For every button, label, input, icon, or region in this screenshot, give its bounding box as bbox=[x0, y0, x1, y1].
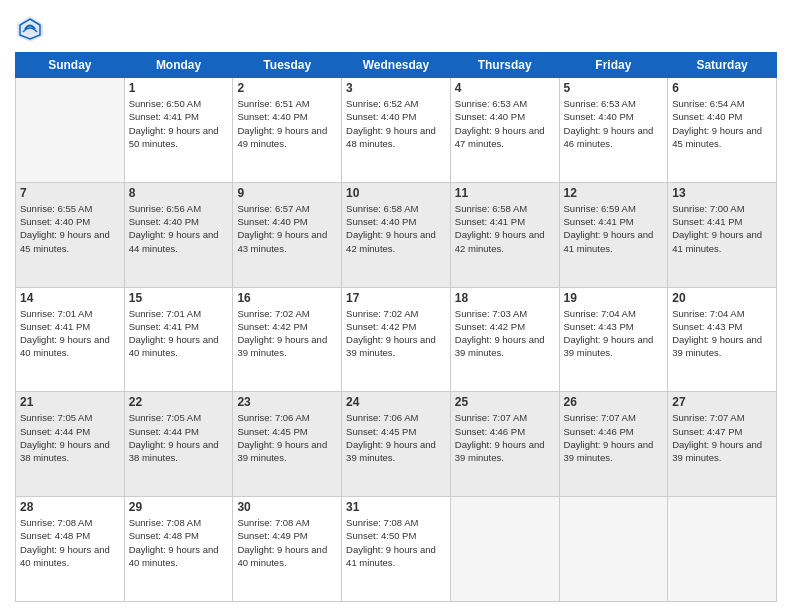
calendar-week-row: 21Sunrise: 7:05 AMSunset: 4:44 PMDayligh… bbox=[16, 392, 777, 497]
day-info: Sunrise: 7:01 AMSunset: 4:41 PMDaylight:… bbox=[20, 307, 120, 360]
calendar-cell: 19Sunrise: 7:04 AMSunset: 4:43 PMDayligh… bbox=[559, 287, 668, 392]
calendar-cell: 15Sunrise: 7:01 AMSunset: 4:41 PMDayligh… bbox=[124, 287, 233, 392]
calendar-cell bbox=[668, 497, 777, 602]
day-info: Sunrise: 7:06 AMSunset: 4:45 PMDaylight:… bbox=[237, 411, 337, 464]
day-number: 29 bbox=[129, 500, 229, 514]
day-info: Sunrise: 7:01 AMSunset: 4:41 PMDaylight:… bbox=[129, 307, 229, 360]
day-number: 11 bbox=[455, 186, 555, 200]
day-number: 22 bbox=[129, 395, 229, 409]
day-info: Sunrise: 7:05 AMSunset: 4:44 PMDaylight:… bbox=[129, 411, 229, 464]
day-info: Sunrise: 6:59 AMSunset: 4:41 PMDaylight:… bbox=[564, 202, 664, 255]
calendar-cell: 24Sunrise: 7:06 AMSunset: 4:45 PMDayligh… bbox=[342, 392, 451, 497]
header bbox=[15, 10, 777, 44]
day-info: Sunrise: 6:50 AMSunset: 4:41 PMDaylight:… bbox=[129, 97, 229, 150]
calendar-cell: 6Sunrise: 6:54 AMSunset: 4:40 PMDaylight… bbox=[668, 78, 777, 183]
day-header-saturday: Saturday bbox=[668, 53, 777, 78]
calendar-cell: 8Sunrise: 6:56 AMSunset: 4:40 PMDaylight… bbox=[124, 182, 233, 287]
day-number: 30 bbox=[237, 500, 337, 514]
day-info: Sunrise: 7:08 AMSunset: 4:49 PMDaylight:… bbox=[237, 516, 337, 569]
day-number: 17 bbox=[346, 291, 446, 305]
day-info: Sunrise: 6:54 AMSunset: 4:40 PMDaylight:… bbox=[672, 97, 772, 150]
day-info: Sunrise: 6:51 AMSunset: 4:40 PMDaylight:… bbox=[237, 97, 337, 150]
day-number: 26 bbox=[564, 395, 664, 409]
calendar-cell: 21Sunrise: 7:05 AMSunset: 4:44 PMDayligh… bbox=[16, 392, 125, 497]
calendar-cell bbox=[16, 78, 125, 183]
day-number: 6 bbox=[672, 81, 772, 95]
calendar-cell: 14Sunrise: 7:01 AMSunset: 4:41 PMDayligh… bbox=[16, 287, 125, 392]
day-info: Sunrise: 7:06 AMSunset: 4:45 PMDaylight:… bbox=[346, 411, 446, 464]
calendar-cell: 31Sunrise: 7:08 AMSunset: 4:50 PMDayligh… bbox=[342, 497, 451, 602]
day-info: Sunrise: 6:52 AMSunset: 4:40 PMDaylight:… bbox=[346, 97, 446, 150]
day-number: 28 bbox=[20, 500, 120, 514]
day-number: 19 bbox=[564, 291, 664, 305]
calendar-week-row: 28Sunrise: 7:08 AMSunset: 4:48 PMDayligh… bbox=[16, 497, 777, 602]
day-number: 1 bbox=[129, 81, 229, 95]
day-info: Sunrise: 7:07 AMSunset: 4:46 PMDaylight:… bbox=[455, 411, 555, 464]
day-info: Sunrise: 7:03 AMSunset: 4:42 PMDaylight:… bbox=[455, 307, 555, 360]
day-number: 25 bbox=[455, 395, 555, 409]
day-number: 3 bbox=[346, 81, 446, 95]
calendar-cell: 2Sunrise: 6:51 AMSunset: 4:40 PMDaylight… bbox=[233, 78, 342, 183]
logo bbox=[15, 14, 49, 44]
day-number: 8 bbox=[129, 186, 229, 200]
day-number: 12 bbox=[564, 186, 664, 200]
day-number: 10 bbox=[346, 186, 446, 200]
day-info: Sunrise: 6:58 AMSunset: 4:41 PMDaylight:… bbox=[455, 202, 555, 255]
day-number: 18 bbox=[455, 291, 555, 305]
day-info: Sunrise: 7:04 AMSunset: 4:43 PMDaylight:… bbox=[564, 307, 664, 360]
day-number: 21 bbox=[20, 395, 120, 409]
calendar-header-row: SundayMondayTuesdayWednesdayThursdayFrid… bbox=[16, 53, 777, 78]
day-info: Sunrise: 6:57 AMSunset: 4:40 PMDaylight:… bbox=[237, 202, 337, 255]
day-info: Sunrise: 7:08 AMSunset: 4:50 PMDaylight:… bbox=[346, 516, 446, 569]
calendar-cell: 28Sunrise: 7:08 AMSunset: 4:48 PMDayligh… bbox=[16, 497, 125, 602]
day-number: 13 bbox=[672, 186, 772, 200]
calendar-cell: 18Sunrise: 7:03 AMSunset: 4:42 PMDayligh… bbox=[450, 287, 559, 392]
day-header-friday: Friday bbox=[559, 53, 668, 78]
day-number: 2 bbox=[237, 81, 337, 95]
day-header-sunday: Sunday bbox=[16, 53, 125, 78]
day-header-thursday: Thursday bbox=[450, 53, 559, 78]
calendar-cell: 7Sunrise: 6:55 AMSunset: 4:40 PMDaylight… bbox=[16, 182, 125, 287]
day-info: Sunrise: 7:08 AMSunset: 4:48 PMDaylight:… bbox=[20, 516, 120, 569]
logo-icon bbox=[15, 14, 45, 44]
day-number: 7 bbox=[20, 186, 120, 200]
day-info: Sunrise: 6:58 AMSunset: 4:40 PMDaylight:… bbox=[346, 202, 446, 255]
day-header-monday: Monday bbox=[124, 53, 233, 78]
calendar-cell: 1Sunrise: 6:50 AMSunset: 4:41 PMDaylight… bbox=[124, 78, 233, 183]
day-info: Sunrise: 7:05 AMSunset: 4:44 PMDaylight:… bbox=[20, 411, 120, 464]
calendar-cell: 27Sunrise: 7:07 AMSunset: 4:47 PMDayligh… bbox=[668, 392, 777, 497]
day-number: 27 bbox=[672, 395, 772, 409]
calendar-week-row: 7Sunrise: 6:55 AMSunset: 4:40 PMDaylight… bbox=[16, 182, 777, 287]
day-number: 24 bbox=[346, 395, 446, 409]
calendar-cell: 17Sunrise: 7:02 AMSunset: 4:42 PMDayligh… bbox=[342, 287, 451, 392]
calendar-cell: 5Sunrise: 6:53 AMSunset: 4:40 PMDaylight… bbox=[559, 78, 668, 183]
day-header-wednesday: Wednesday bbox=[342, 53, 451, 78]
calendar-cell bbox=[450, 497, 559, 602]
calendar-cell: 25Sunrise: 7:07 AMSunset: 4:46 PMDayligh… bbox=[450, 392, 559, 497]
day-number: 20 bbox=[672, 291, 772, 305]
calendar-cell: 12Sunrise: 6:59 AMSunset: 4:41 PMDayligh… bbox=[559, 182, 668, 287]
day-info: Sunrise: 6:56 AMSunset: 4:40 PMDaylight:… bbox=[129, 202, 229, 255]
day-info: Sunrise: 7:02 AMSunset: 4:42 PMDaylight:… bbox=[237, 307, 337, 360]
day-info: Sunrise: 7:00 AMSunset: 4:41 PMDaylight:… bbox=[672, 202, 772, 255]
day-info: Sunrise: 7:07 AMSunset: 4:47 PMDaylight:… bbox=[672, 411, 772, 464]
calendar-cell: 10Sunrise: 6:58 AMSunset: 4:40 PMDayligh… bbox=[342, 182, 451, 287]
day-info: Sunrise: 6:53 AMSunset: 4:40 PMDaylight:… bbox=[564, 97, 664, 150]
day-number: 16 bbox=[237, 291, 337, 305]
day-number: 15 bbox=[129, 291, 229, 305]
day-number: 31 bbox=[346, 500, 446, 514]
calendar-cell: 23Sunrise: 7:06 AMSunset: 4:45 PMDayligh… bbox=[233, 392, 342, 497]
day-info: Sunrise: 7:02 AMSunset: 4:42 PMDaylight:… bbox=[346, 307, 446, 360]
calendar-cell: 13Sunrise: 7:00 AMSunset: 4:41 PMDayligh… bbox=[668, 182, 777, 287]
day-info: Sunrise: 7:08 AMSunset: 4:48 PMDaylight:… bbox=[129, 516, 229, 569]
day-number: 9 bbox=[237, 186, 337, 200]
calendar-cell: 11Sunrise: 6:58 AMSunset: 4:41 PMDayligh… bbox=[450, 182, 559, 287]
calendar-week-row: 1Sunrise: 6:50 AMSunset: 4:41 PMDaylight… bbox=[16, 78, 777, 183]
day-number: 5 bbox=[564, 81, 664, 95]
calendar-cell: 30Sunrise: 7:08 AMSunset: 4:49 PMDayligh… bbox=[233, 497, 342, 602]
day-header-tuesday: Tuesday bbox=[233, 53, 342, 78]
calendar-cell: 29Sunrise: 7:08 AMSunset: 4:48 PMDayligh… bbox=[124, 497, 233, 602]
day-number: 23 bbox=[237, 395, 337, 409]
calendar-cell bbox=[559, 497, 668, 602]
svg-marker-0 bbox=[17, 16, 43, 42]
